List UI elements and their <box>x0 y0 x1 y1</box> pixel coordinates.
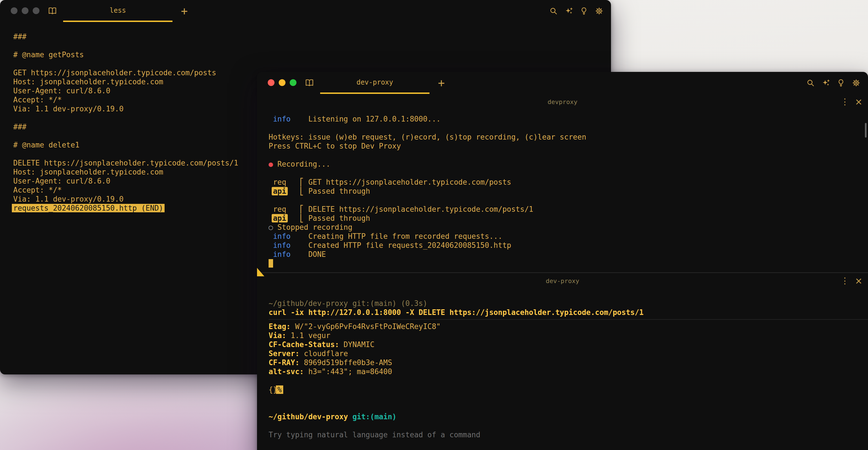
ai-sparkles-icon[interactable] <box>820 78 831 88</box>
traffic-lights <box>11 7 39 14</box>
terminal-line: Etag: W/"2-vyGp6PvFo4RvsFtPoIWeCReyIC8" <box>269 322 868 331</box>
terminal-line: info Creating HTTP file from recorded re… <box>269 232 868 241</box>
settings-gear-icon[interactable] <box>851 78 861 88</box>
bookmarks-icon[interactable] <box>304 78 314 88</box>
terminal-line: curl -ix http://127.0.0.1:8000 -X DELETE… <box>269 308 868 317</box>
pane-menu-kebab-icon[interactable]: ⋮ <box>841 276 849 286</box>
terminal-line <box>269 151 868 159</box>
terminal-line: ~/github/dev-proxy git:(main) (0.3s) <box>269 299 868 308</box>
pane-menu-kebab-icon[interactable]: ⋮ <box>841 97 849 107</box>
terminal-line: Try typing natural language instead of a… <box>269 430 868 439</box>
terminal-output-devproxy[interactable]: info Listening on 127.0.0.1:8000...Hotke… <box>257 110 868 272</box>
block-separator <box>269 317 868 322</box>
terminal-line: req ⎡ GET https://jsonplaceholder.typico… <box>269 178 868 187</box>
desktop-wallpaper: less + <box>0 0 868 450</box>
pane-title: devproxy <box>257 98 868 106</box>
terminal-line <box>13 59 611 68</box>
terminal-line <box>269 169 868 178</box>
terminal-line: info Listening on 127.0.0.1:8000... <box>269 115 868 123</box>
settings-gear-icon[interactable] <box>594 6 604 16</box>
ai-sparkles-icon[interactable] <box>564 6 574 16</box>
pane-close-icon[interactable]: × <box>854 97 864 107</box>
lightbulb-icon[interactable] <box>836 78 846 88</box>
terminal-line <box>269 376 868 385</box>
terminal-line <box>269 403 868 412</box>
pane-shell: dev-proxy ⋮ × ~/github/dev-proxy git:(ma… <box>257 273 868 439</box>
bookmarks-icon[interactable] <box>48 6 58 16</box>
terminal-line: ● Recording... <box>269 159 868 169</box>
close-window-button[interactable] <box>11 7 18 14</box>
terminal-line <box>269 421 868 430</box>
pane-header: dev-proxy ⋮ × <box>257 273 868 289</box>
minimize-window-button[interactable] <box>22 7 28 14</box>
scrollbar-thumb[interactable] <box>865 123 867 138</box>
terminal-line: CF-Cache-Status: DYNAMIC <box>269 340 868 349</box>
terminal-line: api ⎣ Passed through <box>269 187 868 196</box>
terminal-line: CF-RAY: 8969d519bffe0b3e-AMS <box>269 358 868 367</box>
terminal-line <box>13 41 611 50</box>
terminal-output-shell[interactable]: ~/github/dev-proxy git:(main) (0.3s)curl… <box>257 289 868 439</box>
terminal-line: ### <box>13 32 611 41</box>
terminal-line: api ⎣ Passed through <box>269 214 868 223</box>
terminal-window-devproxy[interactable]: dev-proxy + <box>257 72 868 450</box>
new-tab-button[interactable]: + <box>178 4 190 18</box>
titlebar-actions <box>805 78 861 88</box>
terminal-line <box>269 196 868 205</box>
titlebar[interactable]: less + <box>0 0 611 22</box>
terminal-line: Hotkeys: issue (w)eb request, (r)ecord, … <box>269 132 868 142</box>
traffic-lights <box>268 79 297 86</box>
pane-header: devproxy ⋮ × <box>257 94 868 110</box>
terminal-line <box>269 394 868 403</box>
terminal-line: # @name getPosts <box>13 50 611 59</box>
lightbulb-icon[interactable] <box>579 6 589 16</box>
terminal-line: {}% <box>269 385 868 394</box>
search-icon[interactable] <box>549 6 559 16</box>
terminal-line: Press CTRL+C to stop Dev Proxy <box>269 142 868 151</box>
zoom-window-button[interactable] <box>33 7 39 14</box>
pane-close-icon[interactable]: × <box>854 276 864 286</box>
terminal-line <box>269 259 868 268</box>
terminal-line: req ⎡ DELETE https://jsonplaceholder.typ… <box>269 205 868 214</box>
terminal-line: info DONE <box>269 250 868 259</box>
pane-devproxy-server: devproxy ⋮ × info Listening on 127.0.0.1… <box>257 94 868 272</box>
zoom-window-button[interactable] <box>290 79 297 86</box>
terminal-line: Via: 1.1 vegur <box>269 331 868 340</box>
new-tab-button[interactable]: + <box>435 77 447 89</box>
close-window-button[interactable] <box>268 79 275 86</box>
titlebar-actions <box>549 6 604 16</box>
terminal-line: ○ Stopped recording <box>269 223 868 232</box>
tab-less[interactable]: less <box>63 0 173 22</box>
terminal-line: info Created HTTP file requests_20240620… <box>269 241 868 250</box>
terminal-line: ~/github/dev-proxy git:(main) <box>269 412 868 421</box>
terminal-line: alt-svc: h3=":443"; ma=86400 <box>269 367 868 376</box>
minimize-window-button[interactable] <box>279 79 285 86</box>
search-icon[interactable] <box>805 78 815 88</box>
terminal-line <box>269 123 868 132</box>
titlebar[interactable]: dev-proxy + <box>257 72 868 94</box>
pane-title: dev-proxy <box>257 277 868 284</box>
tab-label: less <box>110 6 126 14</box>
terminal-line: Server: cloudflare <box>269 349 868 358</box>
tab-dev-proxy[interactable]: dev-proxy <box>320 72 430 94</box>
tab-label: dev-proxy <box>356 79 393 86</box>
